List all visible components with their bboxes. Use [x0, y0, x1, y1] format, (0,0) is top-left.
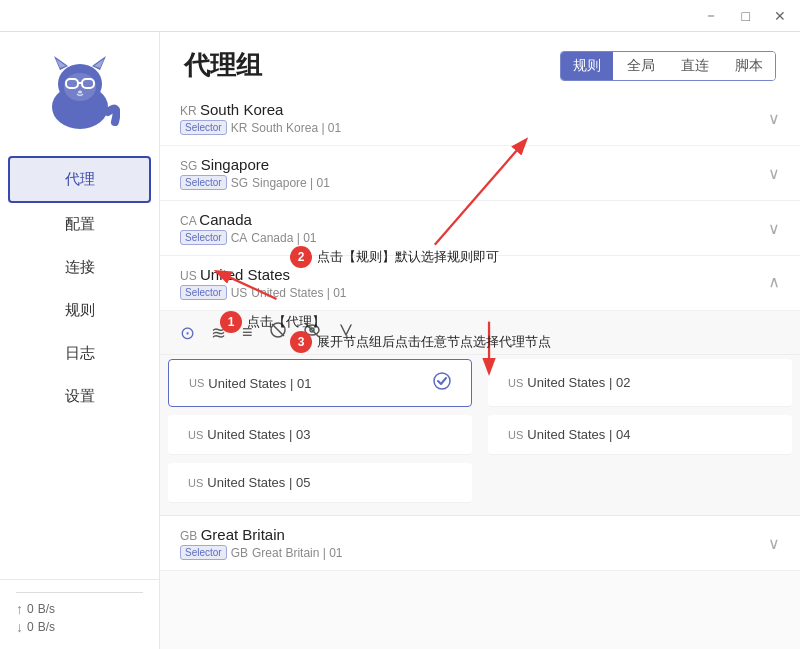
- group-singapore[interactable]: SG Singapore Selector SG Singapore | 01 …: [160, 146, 800, 201]
- nodes-grid: US United States | 01 US United States |…: [160, 355, 800, 515]
- group-us-name: US United States: [180, 266, 768, 283]
- sidebar-item-logs[interactable]: 日志: [0, 332, 159, 375]
- group-great-britain[interactable]: GB Great Britain Selector GB Great Brita…: [160, 516, 800, 571]
- chevron-down-icon-sg: ∨: [768, 164, 780, 183]
- main-header: 代理组 规则 全局 直连 脚本: [160, 32, 800, 91]
- logo-area: [40, 52, 120, 136]
- sidebar-footer: ↑ 0 B/s ↓ 0 B/s: [0, 579, 159, 649]
- tab-global[interactable]: 全局: [615, 52, 667, 80]
- group-united-states: US United States Selector US United Stat…: [160, 256, 800, 516]
- sidebar-item-proxy[interactable]: 代理: [8, 156, 151, 203]
- sidebar-item-connections[interactable]: 连接: [0, 246, 159, 289]
- main-content: 代理组 规则 全局 直连 脚本 KR South Korea Sel: [160, 32, 800, 649]
- main-wrapper: KR South Korea Selector KR South Korea |…: [160, 91, 800, 649]
- tab-rules[interactable]: 规则: [561, 52, 613, 80]
- node-us-01[interactable]: US United States | 01: [168, 359, 472, 407]
- tab-script[interactable]: 脚本: [723, 52, 775, 80]
- node-us-04[interactable]: US United States | 04: [488, 415, 792, 455]
- sidebar: 代理 配置 连接 规则 日志 设置 ↑ 0 B/s ↓ 0 B/s: [0, 32, 160, 649]
- header-tabs: 规则 全局 直连 脚本: [560, 51, 776, 81]
- group-canada[interactable]: CA Canada Selector CA Canada | 01 ∨: [160, 201, 800, 256]
- titlebar: － □ ✕: [0, 0, 800, 32]
- group-south-korea[interactable]: KR South Korea Selector KR South Korea |…: [160, 91, 800, 146]
- down-arrow-icon: ↓: [16, 619, 23, 635]
- svg-line-12: [272, 324, 284, 336]
- check-icon-us-01: [433, 372, 451, 394]
- node-us-02[interactable]: US United States | 02: [488, 359, 792, 407]
- group-us-header[interactable]: US United States Selector US United Stat…: [160, 256, 800, 311]
- filter-all-icon[interactable]: ⊙: [180, 322, 195, 344]
- up-arrow-icon: ↑: [16, 601, 23, 617]
- selector-badge-ca: Selector: [180, 230, 227, 245]
- close-button[interactable]: ✕: [768, 6, 792, 26]
- maximize-button[interactable]: □: [736, 6, 756, 26]
- selector-badge-sg: Selector: [180, 175, 227, 190]
- page-title: 代理组: [184, 48, 262, 83]
- selector-badge-us: Selector: [180, 285, 227, 300]
- proxy-list[interactable]: KR South Korea Selector KR South Korea |…: [160, 91, 800, 571]
- app-container: 代理 配置 连接 规则 日志 设置 ↑ 0 B/s ↓ 0 B/s: [0, 32, 800, 649]
- cat-logo: [40, 52, 120, 132]
- minimize-button[interactable]: －: [698, 5, 724, 27]
- group-canada-name: CA Canada: [180, 211, 768, 228]
- sidebar-item-config[interactable]: 配置: [0, 203, 159, 246]
- svg-point-16: [434, 373, 450, 389]
- filter-block-icon[interactable]: [269, 321, 287, 344]
- selector-badge-gb: Selector: [180, 545, 227, 560]
- chevron-down-icon: ∨: [768, 109, 780, 128]
- node-filter-icons: ⊙ ≋ ≡: [160, 311, 800, 355]
- group-south-korea-name: KR South Korea: [180, 101, 768, 118]
- group-gb-name: GB Great Britain: [180, 526, 768, 543]
- filter-list-icon[interactable]: ≡: [242, 322, 253, 343]
- speed-down-row: ↓ 0 B/s: [16, 619, 143, 635]
- sidebar-item-settings[interactable]: 设置: [0, 375, 159, 418]
- tab-direct[interactable]: 直连: [669, 52, 721, 80]
- node-us-05[interactable]: US United States | 05: [168, 463, 472, 503]
- filter-wifi-icon[interactable]: ≋: [211, 322, 226, 344]
- chevron-down-icon-ca: ∨: [768, 219, 780, 238]
- selector-badge: Selector: [180, 120, 227, 135]
- sidebar-item-rules[interactable]: 规则: [0, 289, 159, 332]
- node-us-03[interactable]: US United States | 03: [168, 415, 472, 455]
- filter-arrow-icon[interactable]: [337, 321, 355, 344]
- group-singapore-name: SG Singapore: [180, 156, 768, 173]
- svg-point-10: [78, 91, 82, 94]
- filter-eye-icon[interactable]: [303, 321, 321, 344]
- chevron-down-icon-gb: ∨: [768, 534, 780, 553]
- chevron-up-icon-us: ∨: [768, 274, 780, 293]
- speed-up-row: ↑ 0 B/s: [16, 601, 143, 617]
